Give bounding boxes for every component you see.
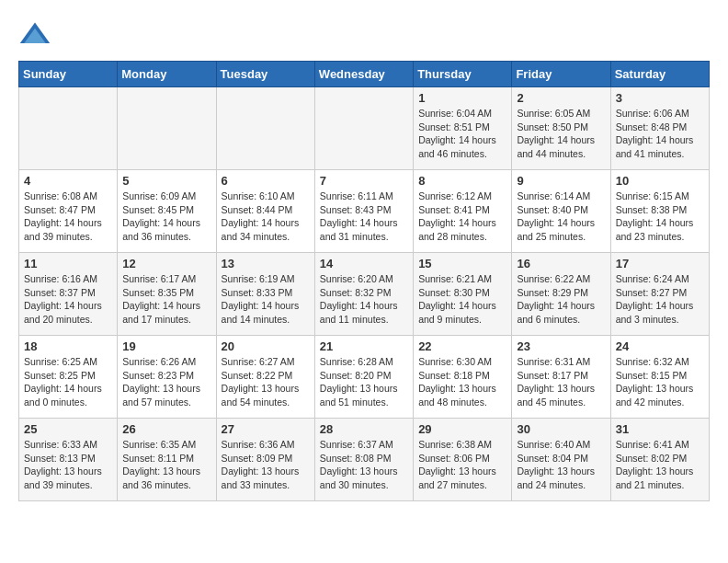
day-info: Sunrise: 6:24 AM Sunset: 8:27 PM Dayligh…: [616, 272, 704, 327]
day-number: 11: [24, 257, 112, 270]
calendar-cell: 10Sunrise: 6:15 AM Sunset: 8:38 PM Dayli…: [610, 170, 709, 253]
day-info: Sunrise: 6:33 AM Sunset: 8:13 PM Dayligh…: [24, 438, 112, 492]
weekday-header-saturday: Saturday: [610, 62, 709, 87]
day-number: 23: [517, 339, 605, 353]
day-info: Sunrise: 6:37 AM Sunset: 8:08 PM Dayligh…: [320, 438, 408, 492]
day-number: 9: [517, 174, 605, 188]
day-number: 6: [222, 174, 310, 188]
calendar-table: SundayMondayTuesdayWednesdayThursdayFrid…: [18, 61, 710, 501]
weekday-header-sunday: Sunday: [19, 62, 118, 87]
day-info: Sunrise: 6:38 AM Sunset: 8:06 PM Dayligh…: [418, 438, 506, 492]
day-info: Sunrise: 6:12 AM Sunset: 8:41 PM Dayligh…: [418, 190, 506, 244]
calendar-cell: 18Sunrise: 6:25 AM Sunset: 8:25 PM Dayli…: [19, 336, 118, 419]
day-number: 31: [616, 422, 704, 436]
calendar-cell: 29Sunrise: 6:38 AM Sunset: 8:06 PM Dayli…: [414, 419, 512, 501]
day-info: Sunrise: 6:25 AM Sunset: 8:25 PM Dayligh…: [24, 355, 112, 409]
day-number: 19: [122, 339, 210, 353]
day-number: 3: [616, 91, 704, 105]
day-number: 13: [222, 257, 310, 270]
day-number: 18: [24, 339, 112, 353]
page-header: [18, 18, 710, 52]
calendar-week-row: 4Sunrise: 6:08 AM Sunset: 8:47 PM Daylig…: [19, 170, 710, 253]
calendar-cell: 30Sunrise: 6:40 AM Sunset: 8:04 PM Dayli…: [512, 419, 610, 501]
day-info: Sunrise: 6:35 AM Sunset: 8:11 PM Dayligh…: [122, 438, 210, 492]
calendar-cell: 31Sunrise: 6:41 AM Sunset: 8:02 PM Dayli…: [610, 419, 709, 501]
day-info: Sunrise: 6:27 AM Sunset: 8:22 PM Dayligh…: [222, 355, 310, 409]
day-number: 8: [418, 174, 506, 188]
calendar-week-row: 25Sunrise: 6:33 AM Sunset: 8:13 PM Dayli…: [19, 419, 710, 501]
day-number: 25: [24, 422, 112, 436]
day-number: 4: [24, 174, 112, 188]
day-number: 1: [418, 91, 506, 105]
calendar-cell: 3Sunrise: 6:06 AM Sunset: 8:48 PM Daylig…: [610, 87, 709, 170]
calendar-cell: 15Sunrise: 6:21 AM Sunset: 8:30 PM Dayli…: [414, 253, 512, 336]
day-info: Sunrise: 6:06 AM Sunset: 8:48 PM Dayligh…: [616, 107, 704, 161]
day-number: 26: [122, 422, 210, 436]
day-number: 7: [320, 174, 408, 188]
calendar-week-row: 1Sunrise: 6:04 AM Sunset: 8:51 PM Daylig…: [19, 87, 710, 170]
day-number: 2: [517, 91, 605, 105]
calendar-cell: [118, 87, 216, 170]
calendar-cell: 21Sunrise: 6:28 AM Sunset: 8:20 PM Dayli…: [314, 336, 413, 419]
day-number: 15: [418, 257, 506, 270]
day-number: 10: [616, 174, 704, 188]
day-info: Sunrise: 6:17 AM Sunset: 8:35 PM Dayligh…: [122, 272, 210, 327]
day-info: Sunrise: 6:36 AM Sunset: 8:09 PM Dayligh…: [222, 438, 310, 492]
day-number: 27: [222, 422, 310, 436]
calendar-cell: 6Sunrise: 6:10 AM Sunset: 8:44 PM Daylig…: [216, 170, 314, 253]
day-number: 29: [418, 422, 506, 436]
calendar-cell: 11Sunrise: 6:16 AM Sunset: 8:37 PM Dayli…: [19, 253, 118, 336]
calendar-cell: [216, 87, 314, 170]
day-info: Sunrise: 6:41 AM Sunset: 8:02 PM Dayligh…: [616, 438, 704, 492]
calendar-cell: 16Sunrise: 6:22 AM Sunset: 8:29 PM Dayli…: [512, 253, 610, 336]
day-info: Sunrise: 6:09 AM Sunset: 8:45 PM Dayligh…: [122, 190, 210, 244]
day-info: Sunrise: 6:28 AM Sunset: 8:20 PM Dayligh…: [320, 355, 408, 409]
day-number: 12: [122, 257, 210, 270]
calendar-cell: 19Sunrise: 6:26 AM Sunset: 8:23 PM Dayli…: [118, 336, 216, 419]
calendar-cell: 28Sunrise: 6:37 AM Sunset: 8:08 PM Dayli…: [314, 419, 413, 501]
day-number: 28: [320, 422, 408, 436]
day-number: 21: [320, 339, 408, 353]
day-number: 30: [517, 422, 605, 436]
calendar-cell: 13Sunrise: 6:19 AM Sunset: 8:33 PM Dayli…: [216, 253, 314, 336]
day-info: Sunrise: 6:05 AM Sunset: 8:50 PM Dayligh…: [517, 107, 605, 161]
calendar-cell: 12Sunrise: 6:17 AM Sunset: 8:35 PM Dayli…: [118, 253, 216, 336]
calendar-cell: 2Sunrise: 6:05 AM Sunset: 8:50 PM Daylig…: [512, 87, 610, 170]
day-number: 22: [418, 339, 506, 353]
day-info: Sunrise: 6:20 AM Sunset: 8:32 PM Dayligh…: [320, 272, 408, 327]
calendar-cell: 22Sunrise: 6:30 AM Sunset: 8:18 PM Dayli…: [414, 336, 512, 419]
day-info: Sunrise: 6:14 AM Sunset: 8:40 PM Dayligh…: [517, 190, 605, 244]
day-info: Sunrise: 6:11 AM Sunset: 8:43 PM Dayligh…: [320, 190, 408, 244]
calendar-week-row: 18Sunrise: 6:25 AM Sunset: 8:25 PM Dayli…: [19, 336, 710, 419]
calendar-cell: 8Sunrise: 6:12 AM Sunset: 8:41 PM Daylig…: [414, 170, 512, 253]
day-info: Sunrise: 6:22 AM Sunset: 8:29 PM Dayligh…: [517, 272, 605, 327]
logo-icon: [18, 18, 51, 52]
calendar-cell: 7Sunrise: 6:11 AM Sunset: 8:43 PM Daylig…: [314, 170, 413, 253]
calendar-cell: 27Sunrise: 6:36 AM Sunset: 8:09 PM Dayli…: [216, 419, 314, 501]
calendar-cell: 9Sunrise: 6:14 AM Sunset: 8:40 PM Daylig…: [512, 170, 610, 253]
calendar-cell: 4Sunrise: 6:08 AM Sunset: 8:47 PM Daylig…: [19, 170, 118, 253]
weekday-header-row: SundayMondayTuesdayWednesdayThursdayFrid…: [19, 62, 710, 87]
calendar-header: SundayMondayTuesdayWednesdayThursdayFrid…: [19, 62, 710, 87]
calendar-cell: 26Sunrise: 6:35 AM Sunset: 8:11 PM Dayli…: [118, 419, 216, 501]
weekday-header-wednesday: Wednesday: [314, 62, 413, 87]
weekday-header-tuesday: Tuesday: [216, 62, 314, 87]
calendar-cell: [314, 87, 413, 170]
day-info: Sunrise: 6:31 AM Sunset: 8:17 PM Dayligh…: [517, 355, 605, 409]
weekday-header-thursday: Thursday: [414, 62, 512, 87]
calendar-week-row: 11Sunrise: 6:16 AM Sunset: 8:37 PM Dayli…: [19, 253, 710, 336]
day-number: 5: [122, 174, 210, 188]
weekday-header-friday: Friday: [512, 62, 610, 87]
day-info: Sunrise: 6:08 AM Sunset: 8:47 PM Dayligh…: [24, 190, 112, 244]
day-info: Sunrise: 6:21 AM Sunset: 8:30 PM Dayligh…: [418, 272, 506, 327]
calendar-cell: 25Sunrise: 6:33 AM Sunset: 8:13 PM Dayli…: [19, 419, 118, 501]
calendar-cell: 17Sunrise: 6:24 AM Sunset: 8:27 PM Dayli…: [610, 253, 709, 336]
day-info: Sunrise: 6:10 AM Sunset: 8:44 PM Dayligh…: [222, 190, 310, 244]
day-info: Sunrise: 6:04 AM Sunset: 8:51 PM Dayligh…: [418, 107, 506, 161]
calendar-cell: 14Sunrise: 6:20 AM Sunset: 8:32 PM Dayli…: [314, 253, 413, 336]
day-info: Sunrise: 6:19 AM Sunset: 8:33 PM Dayligh…: [222, 272, 310, 327]
calendar-cell: 20Sunrise: 6:27 AM Sunset: 8:22 PM Dayli…: [216, 336, 314, 419]
calendar-cell: 1Sunrise: 6:04 AM Sunset: 8:51 PM Daylig…: [414, 87, 512, 170]
day-info: Sunrise: 6:15 AM Sunset: 8:38 PM Dayligh…: [616, 190, 704, 244]
calendar-cell: 23Sunrise: 6:31 AM Sunset: 8:17 PM Dayli…: [512, 336, 610, 419]
